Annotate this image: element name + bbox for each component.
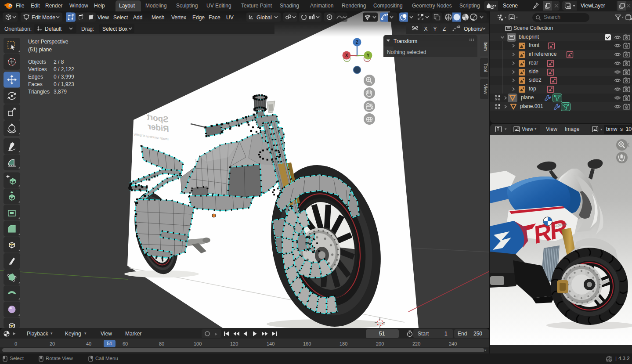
svg-text:Transform: Transform <box>394 38 417 44</box>
svg-text:0 / 2,122: 0 / 2,122 <box>54 66 74 72</box>
svg-text:Global: Global <box>256 14 272 21</box>
svg-text:View: View <box>483 84 488 94</box>
svg-text:X: X <box>345 53 348 58</box>
svg-text:Select: Select <box>113 14 128 21</box>
svg-text:Objects: Objects <box>28 59 46 65</box>
svg-text:2 / 8: 2 / 8 <box>54 59 64 65</box>
svg-text:Options: Options <box>464 26 482 32</box>
svg-text:Orientation:: Orientation: <box>4 26 32 32</box>
svg-text:Add: Add <box>133 14 142 21</box>
svg-text:Edge: Edge <box>192 14 205 21</box>
svg-text:Vertex: Vertex <box>171 14 186 21</box>
svg-text:3,879: 3,879 <box>54 89 67 95</box>
svg-text:View: View <box>98 14 109 21</box>
svg-text:Face: Face <box>209 14 220 21</box>
svg-text:Y: Y <box>367 53 370 58</box>
svg-text:Item: Item <box>483 41 488 50</box>
svg-text:X: X <box>424 26 427 32</box>
svg-text:Nothing selected: Nothing selected <box>387 49 426 55</box>
svg-text:User Perspective: User Perspective <box>28 39 69 45</box>
svg-text:Triangles: Triangles <box>28 89 50 95</box>
svg-text:Default: Default <box>45 26 62 32</box>
svg-text:0 / 3,999: 0 / 3,999 <box>54 74 74 80</box>
svg-text:Select Box: Select Box <box>102 26 127 32</box>
svg-text:(51) plane: (51) plane <box>28 47 52 53</box>
svg-text:Edges: Edges <box>28 74 43 80</box>
svg-text:Z: Z <box>356 40 358 45</box>
svg-text:Faces: Faces <box>28 81 43 87</box>
svg-text:Vertices: Vertices <box>28 66 47 72</box>
svg-text:UV: UV <box>226 14 234 21</box>
svg-text:Drag:: Drag: <box>81 26 94 32</box>
svg-text:Tool: Tool <box>483 63 488 72</box>
svg-text:0 / 1,923: 0 / 1,923 <box>54 81 74 87</box>
svg-text:Edit Mode: Edit Mode <box>32 14 55 21</box>
svg-text:Mesh: Mesh <box>152 14 164 21</box>
svg-text:Z: Z <box>443 26 446 32</box>
svg-text:Y: Y <box>433 26 437 32</box>
